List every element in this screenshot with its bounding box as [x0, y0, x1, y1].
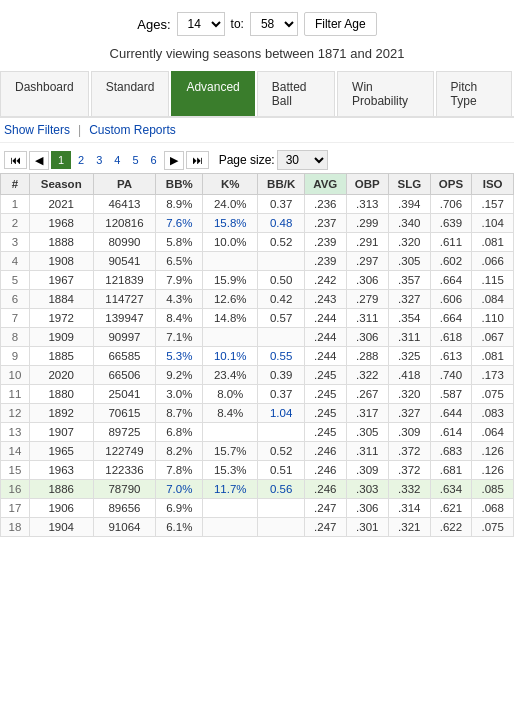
- last-page-button[interactable]: ⏭: [186, 151, 209, 169]
- page-size-select[interactable]: 30 50 100: [277, 150, 328, 170]
- controls-row: Show Filters | Custom Reports: [0, 118, 514, 143]
- col-bb-pct[interactable]: BB%: [156, 174, 203, 195]
- table-row: 111880250413.0%8.0%0.37.245.267.320.587.…: [1, 385, 514, 404]
- col-k-pct[interactable]: K%: [203, 174, 258, 195]
- page-5[interactable]: 5: [127, 152, 143, 168]
- first-page-button[interactable]: ⏮: [4, 151, 27, 169]
- table-row: 41908905416.5%.239.297.305.602.066: [1, 252, 514, 271]
- show-filters-link[interactable]: Show Filters: [4, 123, 70, 137]
- tab-pitch-type[interactable]: Pitch Type: [436, 71, 512, 116]
- table-row: 219681208167.6%15.8%0.48.237.299.340.639…: [1, 214, 514, 233]
- table-row: 519671218397.9%15.9%0.50.242.306.357.664…: [1, 271, 514, 290]
- tabs-container: Dashboard Standard Advanced Batted Ball …: [0, 71, 514, 118]
- table-row: 12021464138.9%24.0%0.37.236.313.394.706.…: [1, 195, 514, 214]
- table-row: 131907897256.8%.245.305.309.614.064: [1, 423, 514, 442]
- table-row: 1419651227498.2%15.7%0.52.246.311.372.68…: [1, 442, 514, 461]
- filter-age-button[interactable]: Filter Age: [304, 12, 377, 36]
- table-row: 161886787907.0%11.7%0.56.246.303.332.634…: [1, 480, 514, 499]
- table-row: 102020665069.2%23.4%0.39.245.322.418.740…: [1, 366, 514, 385]
- col-season[interactable]: Season: [29, 174, 93, 195]
- table-row: 31888809905.8%10.0%0.52.239.291.320.611.…: [1, 233, 514, 252]
- col-ops[interactable]: OPS: [430, 174, 472, 195]
- page-6[interactable]: 6: [146, 152, 162, 168]
- tab-advanced[interactable]: Advanced: [171, 71, 254, 116]
- page-2[interactable]: 2: [73, 152, 89, 168]
- table-row: 81909909977.1%.244.306.311.618.067: [1, 328, 514, 347]
- next-page-button[interactable]: ▶: [164, 151, 184, 170]
- age-from-select[interactable]: 14: [177, 12, 225, 36]
- page-1-button[interactable]: 1: [51, 151, 71, 169]
- tab-standard[interactable]: Standard: [91, 71, 170, 116]
- subtitle: Currently viewing seasons between 1871 a…: [0, 42, 514, 71]
- col-bb-k[interactable]: BB/K: [258, 174, 305, 195]
- col-iso[interactable]: ISO: [472, 174, 514, 195]
- table-header-row: # Season PA BB% K% BB/K AVG OBP SLG OPS …: [1, 174, 514, 195]
- page-4[interactable]: 4: [109, 152, 125, 168]
- top-controls: Ages: 14 to: 58 Filter Age: [0, 0, 514, 42]
- age-to-select[interactable]: 58: [250, 12, 298, 36]
- page-3[interactable]: 3: [91, 152, 107, 168]
- table-row: 171906896566.9%.247.306.314.621.068: [1, 499, 514, 518]
- tab-win-probability[interactable]: Win Probability: [337, 71, 434, 116]
- custom-reports-link[interactable]: Custom Reports: [89, 123, 176, 137]
- stats-table: # Season PA BB% K% BB/K AVG OBP SLG OPS …: [0, 173, 514, 537]
- page-size-label: Page size:: [219, 153, 275, 167]
- col-avg[interactable]: AVG: [304, 174, 346, 195]
- table-row: 181904910646.1%.247.301.321.622.075: [1, 518, 514, 537]
- tab-dashboard[interactable]: Dashboard: [0, 71, 89, 116]
- col-obp[interactable]: OBP: [346, 174, 388, 195]
- table-row: 1519631223367.8%15.3%0.51.246.309.372.68…: [1, 461, 514, 480]
- to-label: to:: [231, 17, 244, 31]
- pagination-row: ⏮ ◀ 1 2 3 4 5 6 ▶ ⏭ Page size: 30 50 100: [0, 147, 514, 173]
- table-row: 91885665855.3%10.1%0.55.244.288.325.613.…: [1, 347, 514, 366]
- tab-batted-ball[interactable]: Batted Ball: [257, 71, 335, 116]
- col-rank: #: [1, 174, 30, 195]
- prev-page-button[interactable]: ◀: [29, 151, 49, 170]
- separator: |: [78, 123, 81, 137]
- ages-label: Ages:: [137, 17, 170, 32]
- table-row: 618841147274.3%12.6%0.42.243.279.327.606…: [1, 290, 514, 309]
- col-pa[interactable]: PA: [93, 174, 156, 195]
- col-slg[interactable]: SLG: [388, 174, 430, 195]
- table-row: 121892706158.7%8.4%1.04.245.317.327.644.…: [1, 404, 514, 423]
- table-row: 719721399478.4%14.8%0.57.244.311.354.664…: [1, 309, 514, 328]
